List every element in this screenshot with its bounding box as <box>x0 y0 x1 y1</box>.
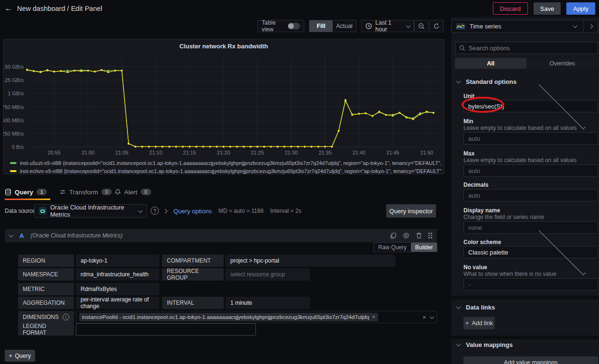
time-range-picker[interactable]: Last 1 hour <box>361 20 414 32</box>
plus-icon: + <box>9 353 12 359</box>
tab-alert[interactable]: Alert 0 <box>115 186 151 198</box>
standard-options-header[interactable]: Standard options <box>457 78 517 85</box>
query-row-header[interactable]: A (Oracle Cloud Infrastructure Metrics) <box>5 229 437 242</box>
visualization-picker[interactable]: Time series <box>451 20 598 33</box>
actual-option[interactable]: Actual <box>333 20 356 32</box>
refresh-icon <box>433 23 440 29</box>
svg-text:20:55: 20:55 <box>47 150 61 155</box>
fill-actual-switch: Fill Actual <box>309 20 356 32</box>
compartment-value[interactable]: project > hpc-portal <box>226 255 395 267</box>
svg-text:0 B/s: 0 B/s <box>12 144 24 150</box>
svg-text:21:20: 21:20 <box>217 150 230 155</box>
discard-button[interactable]: Discard <box>493 2 528 15</box>
svg-text:21:10: 21:10 <box>149 150 163 155</box>
chevron-down-icon <box>538 82 585 129</box>
svg-text:21:40: 21:40 <box>353 150 366 155</box>
legend-series-name: inst-echvo-x9-ol88 {instancepoolid="ocid… <box>20 168 441 174</box>
zoom-out-button[interactable] <box>414 20 428 32</box>
legend-item[interactable]: inst-u5uzt-x9-ol88 {instancepoolid="ocid… <box>10 159 441 167</box>
refresh-button[interactable] <box>429 20 444 32</box>
svg-text:1.50 GB/s: 1.50 GB/s <box>3 64 24 70</box>
page-title: New dashboard / Edit Panel <box>17 5 102 12</box>
raw-query-option[interactable]: Raw Query <box>374 243 411 252</box>
collapse-chevron-icon[interactable] <box>9 233 14 237</box>
fill-option[interactable]: Fill <box>309 20 333 32</box>
max-description: Leave empty to calculate based on all va… <box>463 157 577 164</box>
query-options-link[interactable]: Query options <box>173 208 212 215</box>
region-compartment-row: REGION ap-tokyo-1 COMPARTMENT project > … <box>18 255 395 267</box>
add-query-label: Query <box>15 353 31 359</box>
value-mappings-header[interactable]: Value mappings <box>457 341 513 348</box>
add-link-button[interactable]: + Add link <box>463 317 495 329</box>
color-scheme-select[interactable]: Classic palette <box>463 246 598 258</box>
data-links-header[interactable]: Data links <box>457 304 495 311</box>
interval-label: INTERVAL <box>162 297 224 309</box>
region-value[interactable]: ap-tokyo-1 <box>76 255 159 267</box>
dimensions-row: DIMENSIONS i instancePoolId - ocid1.inst… <box>18 311 437 323</box>
add-query-button[interactable]: + Query <box>5 350 35 362</box>
chevron-down-icon <box>538 228 585 275</box>
namespace-value[interactable]: rdma_infrastructure_health <box>76 268 159 281</box>
section-divider <box>451 336 599 339</box>
builder-option[interactable]: Builder <box>411 243 437 252</box>
add-value-mappings-button[interactable]: Add value mappings <box>463 356 598 364</box>
dimension-chip[interactable]: instancePoolId - ocid1.instancepool.oc1.… <box>79 313 378 321</box>
aggregation-interval-row: AGGREGATION per-interval average rate of… <box>18 297 310 309</box>
max-input[interactable] <box>463 164 598 177</box>
section-divider <box>451 296 599 300</box>
chevron-down-icon <box>573 23 578 28</box>
legend-format-input[interactable] <box>76 323 256 336</box>
compartment-label: COMPARTMENT <box>162 255 224 267</box>
svg-text:500 MB/s: 500 MB/s <box>3 118 24 123</box>
back-arrow-icon[interactable]: ← <box>0 4 17 13</box>
value-mappings-title: Value mappings <box>466 341 513 348</box>
tab-transform-label: Transform <box>69 189 98 196</box>
metric-label: METRIC <box>18 283 74 295</box>
remove-dimension-icon[interactable]: × <box>372 314 375 320</box>
display-name-input[interactable] <box>463 221 598 234</box>
apply-button[interactable]: Apply <box>566 2 595 15</box>
decimals-input[interactable] <box>463 189 598 201</box>
metric-value[interactable]: RdmaRxBytes <box>76 283 159 295</box>
min-input[interactable] <box>463 132 598 145</box>
svg-text:1.25 GB/s: 1.25 GB/s <box>3 77 24 83</box>
table-view-toggle-group: Table view <box>257 20 304 32</box>
timeseries-viz-icon <box>456 23 465 30</box>
plus-icon: + <box>465 320 469 327</box>
legend-item[interactable]: inst-echvo-x9-ol88 {instancepoolid="ocid… <box>10 167 441 175</box>
resource-group-value[interactable]: select resource group <box>226 268 310 281</box>
tab-transform[interactable]: Transform 0 <box>59 186 112 198</box>
tab-all[interactable]: All <box>455 58 526 69</box>
color-scheme-label: Color scheme <box>463 239 501 246</box>
duplicate-query-icon[interactable] <box>390 233 396 239</box>
decimals-label: Decimals <box>463 182 489 188</box>
no-value-input[interactable] <box>463 278 598 291</box>
time-series-chart[interactable]: 1.50 GB/s1.25 GB/s1 GB/s750 MB/s500 MB/s… <box>3 51 445 159</box>
tab-overrides[interactable]: Overrides <box>526 58 598 69</box>
save-button[interactable]: Save <box>534 2 561 15</box>
unit-select[interactable]: bytes/sec(SI) <box>463 100 598 112</box>
visualization-name: Time series <box>470 23 573 30</box>
clear-dimensions-icon[interactable]: × <box>422 314 426 321</box>
search-input[interactable] <box>469 45 594 52</box>
query-inspector-button[interactable]: Query inspector <box>386 204 436 218</box>
legend-series-name: inst-u5uzt-x9-ol88 {instancepoolid="ocid… <box>20 160 441 166</box>
tab-query[interactable]: Query 1 <box>5 186 47 198</box>
info-icon[interactable]: i <box>63 314 69 320</box>
dimensions-label-cell: DIMENSIONS i <box>18 311 74 323</box>
dimensions-input[interactable]: instancePoolId - ocid1.instancepool.oc1.… <box>76 311 437 323</box>
datasource-help-icon[interactable]: ? <box>151 207 159 215</box>
query-options-strip: Query options MD = auto = 1168 Interval … <box>163 204 381 218</box>
delete-query-icon[interactable] <box>416 232 422 239</box>
query-count-badge: 1 <box>36 189 47 195</box>
oci-datasource-icon <box>39 207 46 215</box>
datasource-picker[interactable]: Oracle Cloud Infrastructure Metrics <box>34 204 147 218</box>
disable-query-icon[interactable] <box>403 232 409 239</box>
expand-options-button[interactable] <box>583 20 598 32</box>
aggregation-value[interactable]: per-interval average rate of change <box>76 297 159 309</box>
datasource-label: Data source <box>5 208 36 214</box>
drag-handle-icon[interactable] <box>428 233 432 238</box>
table-view-toggle[interactable] <box>288 23 300 29</box>
query-datasource-note: (Oracle Cloud Infrastructure Metrics) <box>30 232 122 239</box>
interval-value[interactable]: 1 minute <box>226 297 310 309</box>
